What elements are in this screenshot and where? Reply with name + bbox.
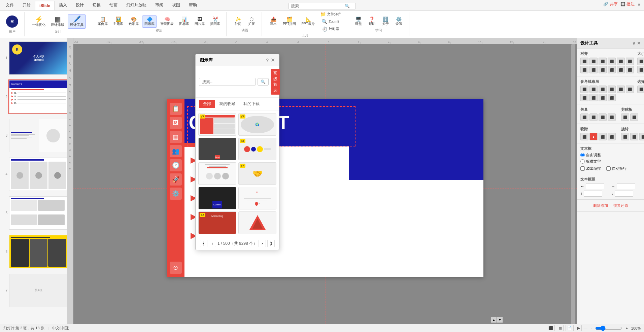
size-btn-7[interactable]: ⬛ bbox=[637, 66, 644, 73]
ref-btn-4[interactable]: ⬛ bbox=[608, 86, 616, 93]
page-first-btn[interactable]: ⟪ bbox=[200, 240, 207, 247]
ref-btn-10[interactable]: ⬛ bbox=[608, 94, 616, 101]
align-btn-6[interactable]: ⬛ bbox=[626, 58, 634, 65]
scroll-up-btn[interactable]: ▲ bbox=[491, 317, 497, 323]
ppt-collage-btn[interactable]: 🗂️PPT拼图 bbox=[281, 16, 298, 27]
extend-btn[interactable]: ⬡扩展 bbox=[245, 16, 258, 27]
tab-help[interactable]: 帮助 bbox=[184, 0, 201, 10]
scroll-down-btn[interactable]: ▼ bbox=[497, 317, 503, 323]
slide-item-7[interactable]: 第7张 bbox=[8, 273, 67, 308]
icon-card-9[interactable]: Marketing 🏷 bbox=[198, 211, 236, 234]
vec-btn-2[interactable]: ⬛ bbox=[589, 113, 598, 121]
share-button[interactable]: 🔗 共享 bbox=[603, 1, 617, 7]
bottom-distance-input[interactable] bbox=[615, 191, 633, 197]
page-prev-btn[interactable]: ‹ bbox=[209, 240, 216, 247]
view-browse-btn[interactable]: ▦ bbox=[557, 325, 564, 331]
ads-btn-4[interactable]: ⬛ bbox=[608, 133, 616, 140]
ppt-slim-btn[interactable]: 📐PPT瘦身 bbox=[299, 16, 316, 27]
ads-btn-3[interactable]: ⬛ bbox=[599, 133, 607, 140]
slide-item-4[interactable] bbox=[8, 157, 67, 192]
tab-review[interactable]: 审阅 bbox=[151, 0, 168, 10]
rot-btn-3[interactable]: ⬛ bbox=[639, 133, 644, 140]
icon-card-7[interactable]: Content bbox=[198, 187, 236, 209]
timer-btn[interactable]: ⏱️计时器 bbox=[318, 26, 343, 32]
icon-card-10[interactable] bbox=[238, 211, 276, 234]
view-slideshow-btn[interactable]: ▶ bbox=[576, 325, 582, 331]
slide-canvas-area[interactable]: 📋 🖼 ▦ 👥 🕐 🚀 ⚙️ ⊙ CONTENT bbox=[73, 44, 577, 332]
zoom-in-btn[interactable]: + bbox=[624, 326, 629, 331]
about-btn[interactable]: ℹ️关于 bbox=[379, 16, 392, 27]
rot-btn-1[interactable]: ⬛ bbox=[621, 133, 629, 140]
theme-library-btn[interactable]: 🖼️主题库 bbox=[111, 16, 125, 27]
view-read-btn[interactable]: 📄 bbox=[566, 325, 574, 331]
search-input[interactable] bbox=[291, 4, 345, 8]
help-btn[interactable]: ❓帮助 bbox=[366, 16, 378, 27]
vec-btn-4[interactable]: ⬛ bbox=[608, 113, 616, 121]
radio-free-adjust[interactable]: 自由调整 bbox=[580, 153, 641, 158]
slide-item-2[interactable]: CONTENT $ ▶01. ▶02. ▶03. ▶04. bbox=[8, 79, 67, 114]
design-tools-btn[interactable]: 🖊️ 设计工具 bbox=[68, 14, 86, 29]
file-analysis-btn[interactable]: 📁文件分析 bbox=[318, 11, 343, 18]
tab-start[interactable]: 开始 bbox=[18, 0, 35, 10]
ref-btn-5[interactable]: ⬛ bbox=[617, 86, 625, 93]
tab-slideshow[interactable]: 幻灯片放映 bbox=[122, 0, 151, 10]
icon-card-8[interactable]: " bbox=[238, 187, 276, 209]
radio-standard-text[interactable]: 标准文字 bbox=[580, 159, 641, 164]
ads-btn-1[interactable]: ⬛ bbox=[580, 133, 588, 140]
tab-animation[interactable]: 动画 bbox=[105, 0, 122, 10]
tween-btn[interactable]: ✨补间 bbox=[232, 16, 244, 27]
ref-btn-1[interactable]: ⬛ bbox=[580, 86, 588, 93]
icon-card-5[interactable] bbox=[198, 162, 236, 185]
illustration-library-btn[interactable]: ✂️插图库 bbox=[208, 16, 222, 27]
ads-btn-2[interactable]: ● bbox=[589, 133, 598, 140]
icon-tab-downloads[interactable]: 我的下载 bbox=[239, 100, 264, 108]
icon-store-btn[interactable]: 📊图标库 bbox=[177, 16, 191, 27]
right-distance-input[interactable] bbox=[617, 183, 635, 189]
classroom-btn[interactable]: 🖥️课堂 bbox=[352, 16, 365, 27]
slide-item-3[interactable] bbox=[8, 118, 67, 153]
slide-item-1[interactable]: R 个人入职自我介绍 bbox=[8, 41, 67, 75]
slide-item-5[interactable] bbox=[8, 196, 67, 230]
tab-view[interactable]: 视图 bbox=[168, 0, 184, 10]
align-btn-11[interactable]: ⬛ bbox=[617, 66, 625, 73]
zoom-slider[interactable] bbox=[595, 326, 622, 331]
ref-btn-7[interactable]: ⬛ bbox=[580, 94, 588, 101]
rot-btn-2[interactable]: ⬛ bbox=[630, 133, 638, 140]
icon-card-4[interactable]: 🏷 bbox=[238, 138, 276, 160]
check-overflow[interactable]: 溢出缩排 bbox=[580, 166, 601, 171]
align-btn-7[interactable]: ⬛ bbox=[580, 66, 588, 73]
icon-tab-favorites[interactable]: 我的收藏 bbox=[215, 100, 239, 108]
vec-btn-3[interactable]: ⬛ bbox=[599, 113, 607, 121]
icon-tab-all[interactable]: 全部 bbox=[199, 100, 215, 108]
icon-library-btn[interactable]: 🔷图示库 bbox=[142, 15, 157, 28]
ref-btn-8[interactable]: ⬛ bbox=[589, 94, 598, 101]
icon-card-6[interactable]: 🤝 🏷 bbox=[238, 162, 276, 185]
one-key-optimize-btn[interactable]: ⚡ 一键优化 bbox=[30, 15, 47, 28]
v-scrollbar[interactable] bbox=[571, 44, 575, 332]
align-btn-5[interactable]: ⬛ bbox=[617, 58, 625, 65]
ref-btn-9[interactable]: ⬛ bbox=[599, 94, 607, 101]
icon-dialog-close[interactable]: ✕ bbox=[271, 57, 275, 63]
check-autowrap[interactable]: 自动换行 bbox=[606, 166, 627, 171]
align-btn-3[interactable]: ⬛ bbox=[599, 58, 607, 65]
vec-btn-1[interactable]: ⬛ bbox=[580, 113, 588, 121]
align-btn-8[interactable]: ⬛ bbox=[589, 66, 598, 73]
left-distance-input[interactable] bbox=[586, 183, 604, 189]
image-library-btn[interactable]: 🖼图片库 bbox=[193, 16, 207, 27]
tab-insert[interactable]: 插入 bbox=[55, 0, 71, 10]
tab-switch[interactable]: 切换 bbox=[88, 0, 105, 10]
tab-islide[interactable]: iSlide bbox=[35, 1, 55, 10]
clip-btn-1[interactable]: ⬛ bbox=[621, 113, 629, 121]
top-distance-input[interactable] bbox=[584, 191, 602, 197]
tab-file[interactable]: 文件 bbox=[1, 0, 18, 10]
icon-search-button[interactable]: 🔍 bbox=[258, 78, 269, 86]
account-btn[interactable]: R bbox=[4, 14, 20, 29]
close-panel-button[interactable]: ∧ bbox=[637, 2, 641, 7]
size-btn-1[interactable]: ⬛ bbox=[637, 58, 644, 65]
icon-filter-button[interactable]: 高级筛选 bbox=[271, 69, 280, 95]
color-library-btn[interactable]: 🎨色彩库 bbox=[127, 16, 141, 27]
tab-design[interactable]: 设计 bbox=[71, 0, 88, 10]
ref-btn-3[interactable]: ⬛ bbox=[599, 86, 607, 93]
export-btn[interactable]: 📤导出 bbox=[267, 16, 279, 27]
align-btn-4[interactable]: ⬛ bbox=[608, 58, 616, 65]
